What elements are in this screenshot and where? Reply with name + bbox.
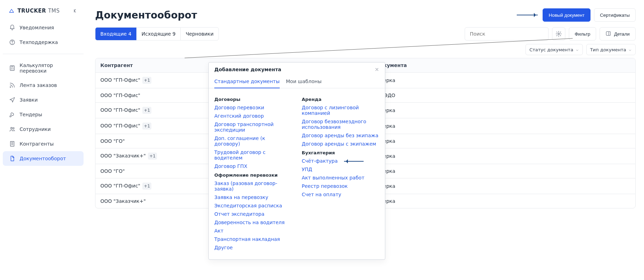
certificates-label: Сертификаты [600,13,630,18]
building-icon [9,141,15,147]
tab-0[interactable]: Входящие 4 [95,28,137,40]
modal-title: Добавление документа [214,67,281,72]
doc-type-link[interactable]: Договор безвозмездного использования [302,119,379,130]
column-header[interactable]: Автор документа [353,58,635,73]
panel-icon [606,31,611,37]
doc-type-link[interactable]: Агентский договор [214,113,292,119]
svg-point-4 [11,127,13,129]
sidebar-item-help[interactable]: Техподдержка [3,35,84,50]
cell-author: ЭДО Проверка [353,118,635,134]
doc-type-link[interactable]: Счет на оплату [302,192,379,197]
doc-type-link[interactable]: Транспортная накладная [214,236,292,242]
file-icon [9,155,15,162]
svg-point-1 [12,43,13,44]
modal-tab-1[interactable]: Мои шаблоны [286,75,322,88]
doc-type-link[interactable]: Договор перевозки [214,105,292,110]
pointer-to-invoice [344,161,364,162]
logo-brand: TRUCKER [17,8,46,14]
extra-count-badge: +1 [142,107,151,114]
doc-type-link[interactable]: Акт [214,228,292,234]
help-icon [9,39,15,45]
cell-counterparty: ООО "ГО" [95,164,207,178]
close-icon[interactable] [374,67,379,72]
doc-type-link[interactable]: Трудовой договор с водителем [214,149,292,161]
doc-type-link[interactable]: Другое [214,245,292,250]
sidebar-item-users[interactable]: Сотрудники [3,122,84,137]
modal-header: Добавление документа [209,62,385,75]
doc-type-link[interactable]: Заказ (разовая договор-заявка) [214,180,292,192]
svg-rect-2 [10,66,14,71]
sidebar-item-label: Уведомления [20,25,54,30]
type-filter-label: Тип документа [590,47,626,52]
doc-type-link[interactable]: Доп. соглашение (к договору) [214,135,292,147]
doc-type-link[interactable]: Счёт-фактура [302,158,379,164]
page-header: Документооборот Новый документ Сертифика… [95,8,636,22]
doc-type-link[interactable]: УПД [302,167,379,172]
logo-row: TRUCKER TMS [3,6,84,20]
svg-point-3 [10,87,11,87]
settings-icon-button[interactable] [552,27,565,40]
column-header[interactable]: Контрагент [95,58,207,73]
doc-type-link[interactable]: Договор аренды без экипажа [302,133,379,138]
sidebar-item-send[interactable]: Заявки [3,93,84,107]
pointer-to-new-document [517,15,538,15]
cell-author: ЭДО Проверка [353,134,635,148]
certificates-button[interactable]: Сертификаты [594,8,636,22]
doc-type-link[interactable]: Договор с лизинговой компанией [302,105,379,116]
sidebar-item-tools[interactable]: Тендеры [3,107,84,122]
collapse-sidebar-icon[interactable] [72,8,78,14]
doc-type-link[interactable]: Договор транспортной экспедиции [214,121,292,133]
users-icon [9,126,15,132]
calc-icon [9,65,15,71]
cell-counterparty: ООО "ГП-Офис"+1 [95,103,207,118]
svg-rect-8 [606,31,610,35]
filter-button[interactable]: Фильтр [569,27,596,40]
svg-point-5 [13,127,14,129]
sidebar-item-rss[interactable]: Лента заказов [3,78,84,93]
search-input[interactable] [469,31,544,37]
cell-counterparty: ООО "ГП-Офис"+1 [95,73,207,88]
tab-1[interactable]: Исходящие 9 [137,28,181,40]
sidebar-item-calc[interactable]: Калькулятор перевозки [3,58,84,78]
type-filter-dropdown[interactable]: Тип документа [586,44,636,55]
cell-author: ЭДО Проверка [353,164,635,178]
modal-section-heading: Бухгалтерия [302,150,379,155]
tabs: Входящие 4Исходящие 9Черновики [95,27,219,40]
new-document-button[interactable]: Новый документ [543,8,591,22]
sidebar-item-label: Тендеры [20,112,42,117]
logo[interactable]: TRUCKER TMS [8,8,60,14]
bell-icon [9,24,15,31]
doc-type-link[interactable]: Реестр перевозок [302,183,379,189]
doc-type-link[interactable]: Экспедиторская расписка [214,203,292,208]
status-filter-dropdown[interactable]: Статус документа [525,44,583,55]
sidebar-item-label: Контрагенты [20,141,54,147]
details-button[interactable]: Детали [600,27,636,40]
svg-rect-6 [10,141,14,146]
cell-author: ЭДО Проверка [353,73,635,88]
doc-type-link[interactable]: Доверенность на водителя [214,220,292,225]
doc-type-link[interactable]: Договор аренды с экипажем [302,141,379,147]
modal-tab-0[interactable]: Стандартные документы [214,75,280,88]
sidebar-item-label: Сотрудники [20,126,51,132]
sidebar: TRUCKER TMS Уведомления Техподдержка Кал… [0,0,87,280]
doc-type-link[interactable]: Заявка на перевозку [214,194,292,200]
extra-count-badge: +1 [142,183,151,190]
tab-2[interactable]: Черновики [181,28,219,40]
search-input-wrap[interactable] [465,27,549,40]
sidebar-item-bell[interactable]: Уведомления [3,20,84,35]
cell-author: ЭДО Проверка [353,103,635,118]
toolbar: Входящие 4Исходящие 9Черновики Фильтр Де… [95,27,636,40]
cell-counterparty: ООО "Заказчик+"+1 [95,148,207,164]
doc-type-link[interactable]: Отчет экспедитора [214,211,292,217]
doc-type-link[interactable]: Договор ГПХ [214,163,292,169]
doc-type-link[interactable]: Акт выполненных работ [302,175,379,180]
sidebar-item-building[interactable]: Контрагенты [3,137,84,151]
right-tools: Фильтр Детали [465,27,636,40]
cell-counterparty: ООО "ГО" [95,134,207,148]
modal-tabs: Стандартные документыМои шаблоны [209,75,385,88]
sidebar-item-file[interactable]: Документооборот [3,151,84,166]
sidebar-item-label: Заявки [20,97,38,103]
cell-counterparty: ООО "ГП-Офис"+1 [95,118,207,134]
new-document-label: Новый документ [549,13,585,18]
cell-author: ЭДО Проверка [353,178,635,194]
